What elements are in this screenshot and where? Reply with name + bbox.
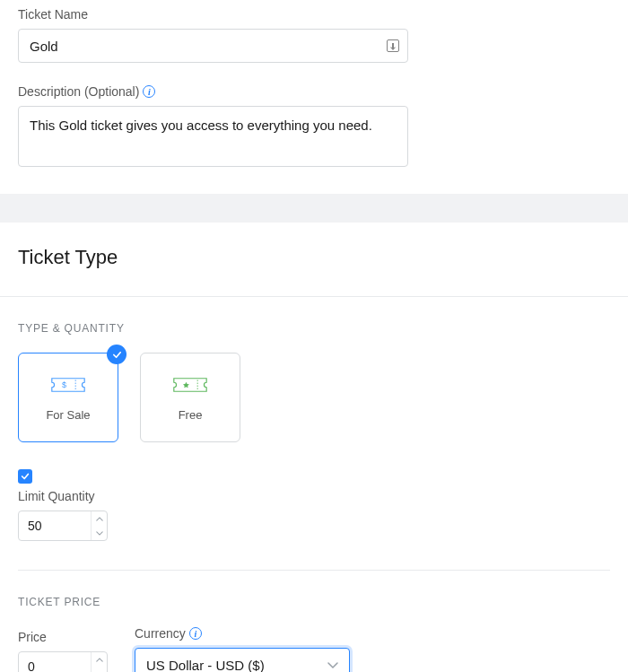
ticket-price-label: TICKET PRICE [0,571,628,626]
info-icon[interactable]: i [143,85,155,98]
chevron-down-icon [96,531,103,536]
description-label-text: Description (Optional) [18,84,139,99]
price-down-button[interactable] [92,667,107,672]
section-divider-band [0,194,628,223]
description-label: Description (Optional) i [18,84,610,99]
quantity-input[interactable] [19,511,91,540]
chevron-up-icon [96,658,103,662]
currency-value-text: US Dollar - USD ($) [146,658,265,673]
ticket-name-input[interactable] [18,29,408,63]
quantity-down-button[interactable] [92,526,107,540]
currency-select[interactable]: US Dollar - USD ($) [135,648,350,672]
quantity-up-button[interactable] [92,511,107,526]
limit-quantity-checkbox[interactable] [18,469,32,484]
info-icon[interactable]: i [189,627,202,640]
selected-check-icon [107,345,126,364]
description-textarea[interactable]: This Gold ticket gives you access to eve… [18,106,408,167]
ticket-dollar-icon: $ [50,374,86,396]
chevron-up-icon [96,517,103,521]
ticket-star-icon [172,374,208,396]
for-sale-label: For Sale [46,408,90,422]
type-card-free[interactable]: Free [140,353,240,442]
type-card-for-sale[interactable]: $ For Sale [18,353,118,442]
price-up-button[interactable] [92,652,107,667]
currency-label-text: Currency [135,626,186,641]
svg-text:$: $ [62,380,66,389]
limit-quantity-label: Limit Quantity [0,489,628,511]
chevron-down-icon [327,657,338,672]
input-save-icon [387,39,399,52]
price-label: Price [18,630,108,644]
price-stepper[interactable] [18,651,108,672]
currency-label: Currency i [135,626,350,641]
quantity-stepper[interactable] [18,511,108,541]
ticket-name-input-wrapper [18,29,408,63]
free-label: Free [179,408,203,422]
ticket-name-label: Ticket Name [18,7,610,22]
type-quantity-label: TYPE & QUANTITY [0,297,628,353]
price-input[interactable] [19,652,91,672]
section-title: Ticket Type [0,223,628,296]
